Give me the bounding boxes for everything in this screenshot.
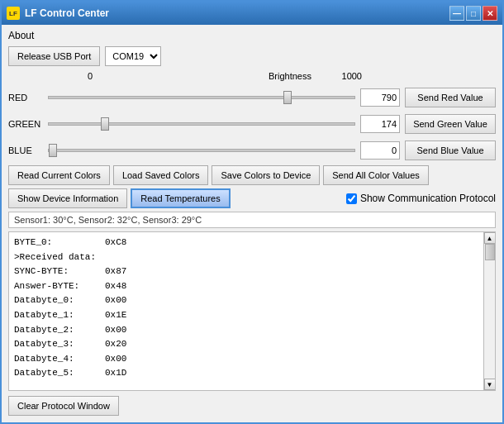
blue-label: BLUE: [8, 145, 43, 155]
green-value-input[interactable]: [360, 115, 400, 133]
red-slider-container: [48, 89, 355, 106]
show-protocol-label: Show Communication Protocol: [360, 193, 496, 204]
minimize-button[interactable]: —: [449, 6, 464, 21]
protocol-line-7: Databyte_3:0x20: [14, 337, 478, 352]
device-row: Show Device Information Read Temperature…: [8, 188, 496, 208]
protocol-line-0: BYTE_0:0xC8: [14, 236, 478, 250]
send-green-button[interactable]: Send Green Value: [405, 114, 496, 134]
title-bar-left: LF LF Control Center: [7, 7, 109, 20]
show-protocol-checkbox[interactable]: [346, 193, 357, 204]
red-value-input[interactable]: [360, 88, 400, 107]
red-slider-row: RED Send Red Value: [8, 88, 496, 107]
sensor-bar: Sensor1: 30°C, Sensor2: 32°C, Sensor3: 2…: [8, 212, 496, 228]
scroll-thumb[interactable]: [485, 244, 495, 260]
title-buttons: — □ ✕: [449, 6, 497, 21]
blue-value-input[interactable]: [360, 141, 400, 160]
title-bar: LF LF Control Center — □ ✕: [2, 2, 502, 25]
protocol-line-9: Databyte_5:0x1D: [14, 366, 478, 381]
blue-slider-row: BLUE Send Blue Value: [8, 141, 496, 160]
sensor-text: Sensor1: 30°C, Sensor2: 32°C, Sensor3: 2…: [14, 215, 202, 225]
red-slider[interactable]: [48, 96, 355, 99]
scroll-track: [484, 244, 496, 379]
send-red-button[interactable]: Send Red Value: [405, 88, 496, 107]
brightness-min: 0: [88, 71, 93, 81]
window-title: LF Control Center: [25, 7, 109, 19]
blue-slider[interactable]: [48, 149, 355, 152]
com-port-select[interactable]: COM19: [105, 46, 161, 66]
show-protocol-row: Show Communication Protocol: [346, 193, 496, 204]
load-saved-button[interactable]: Load Saved Colors: [113, 165, 209, 185]
menu-bar: About: [8, 28, 496, 43]
action-buttons-row: Read Current Colors Load Saved Colors Sa…: [8, 165, 496, 185]
save-device-button[interactable]: Save Colors to Device: [212, 165, 320, 185]
read-temp-button[interactable]: Read Temperatures: [131, 188, 230, 208]
brightness-section: 0 Brightness 1000: [8, 69, 496, 83]
bottom-row: Clear Protocol Window: [8, 394, 496, 416]
scroll-up-button[interactable]: ▲: [484, 232, 496, 244]
app-icon: LF: [7, 7, 20, 20]
read-colors-button[interactable]: Read Current Colors: [8, 165, 110, 185]
brightness-label: Brightness: [269, 71, 311, 81]
protocol-scrollbar: ▲ ▼: [483, 232, 495, 390]
clear-protocol-button[interactable]: Clear Protocol Window: [8, 396, 119, 416]
top-controls-row: Release USB Port COM19: [8, 46, 496, 66]
protocol-line-3: Answer-BYTE:0x48: [14, 279, 478, 294]
green-slider-container: [48, 116, 355, 132]
protocol-content[interactable]: BYTE_0:0xC8 >Received data: SYNC-BYTE:0x…: [9, 232, 483, 390]
send-blue-button[interactable]: Send Blue Value: [405, 141, 496, 160]
protocol-line-2: SYNC-BYTE:0x87: [14, 264, 478, 279]
blue-slider-container: [48, 142, 355, 159]
protocol-window: BYTE_0:0xC8 >Received data: SYNC-BYTE:0x…: [8, 231, 496, 391]
protocol-line-4: Databyte_0:0x00: [14, 293, 478, 308]
about-menu[interactable]: About: [8, 30, 34, 41]
close-button[interactable]: ✕: [483, 6, 497, 21]
send-all-button[interactable]: Send All Color Values: [323, 165, 429, 185]
protocol-line-6: Databyte_2:0x00: [14, 323, 478, 338]
red-label: RED: [8, 93, 43, 102]
maximize-button[interactable]: □: [466, 6, 481, 21]
show-device-button[interactable]: Show Device Information: [8, 188, 127, 208]
green-slider[interactable]: [48, 122, 355, 126]
main-window: LF LF Control Center — □ ✕ About Release…: [0, 0, 504, 424]
protocol-line-5: Databyte_1:0x1E: [14, 308, 478, 323]
scroll-down-button[interactable]: ▼: [484, 379, 496, 390]
green-slider-row: GREEN Send Green Value: [8, 114, 496, 134]
content-area: About Release USB Port COM19 0 Brightnes…: [2, 25, 502, 422]
release-usb-button[interactable]: Release USB Port: [8, 46, 100, 66]
protocol-line-1: >Received data:: [14, 250, 478, 265]
protocol-line-8: Databyte_4:0x00: [14, 352, 478, 367]
brightness-max: 1000: [342, 71, 362, 81]
green-label: GREEN: [8, 119, 43, 129]
